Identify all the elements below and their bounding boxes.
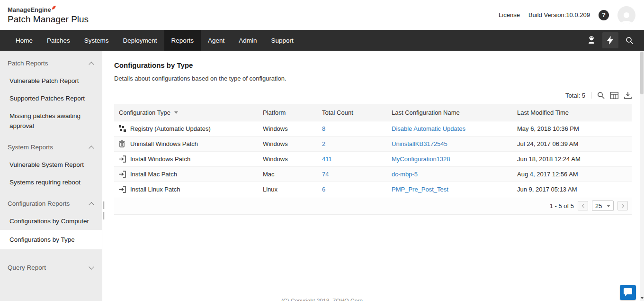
column-header-configuration-type[interactable]: Configuration Type xyxy=(114,104,258,121)
last-modified-time: Jun 9, 2017 05:13 AM xyxy=(512,182,632,197)
sort-descending-icon[interactable] xyxy=(174,111,178,114)
export-icon[interactable] xyxy=(624,91,632,99)
page-description: Details about configurations based on th… xyxy=(114,75,644,82)
column-label: Configuration Type xyxy=(119,109,170,116)
top-header: ManageEngine Patch Manager Plus License … xyxy=(0,0,644,30)
last-modified-time: May 6, 2018 10:36 PM xyxy=(512,121,632,137)
chevron-down-icon xyxy=(89,264,94,269)
copyright-text: (C) Copyright 2018, ZOHO Corp xyxy=(0,298,644,301)
platform: Windows xyxy=(258,137,317,152)
configuration-type: Install Linux Patch xyxy=(130,186,180,193)
nav-item-patches[interactable]: Patches xyxy=(40,30,77,51)
help-icon[interactable]: ? xyxy=(599,10,609,20)
nav-item-systems[interactable]: Systems xyxy=(77,30,116,51)
total-count-label: Total: 5 xyxy=(565,92,585,99)
sidebar-item-configurations-by-computer[interactable]: Configurations by Computer xyxy=(0,212,102,230)
column-header-last-configuration-name[interactable]: Last Configuration Name xyxy=(387,104,512,121)
sidebar-item-missing-patches-awaiting-approval[interactable]: Missing patches awaiting approval xyxy=(0,107,102,135)
total-count-link[interactable]: 411 xyxy=(322,155,332,163)
configuration-type: Uninstall Windows Patch xyxy=(130,140,198,147)
total-count-link[interactable]: 2 xyxy=(322,140,325,147)
sidebar-item-vulnerable-patch-report[interactable]: Vulnerable Patch Report xyxy=(0,72,102,90)
chevron-up-icon xyxy=(89,62,94,67)
total-count-link[interactable]: 8 xyxy=(322,125,325,132)
chevron-up-icon xyxy=(89,146,94,151)
sidebar-section-system-reports[interactable]: System Reports xyxy=(0,137,102,156)
pagination-bar: 1 - 5 of 5 25 xyxy=(114,197,632,215)
nav-item-deployment[interactable]: Deployment xyxy=(116,30,164,51)
main-navigation: Home Patches Systems Deployment Reports … xyxy=(0,30,644,51)
nav-item-reports[interactable]: Reports xyxy=(164,30,201,51)
toolbar-divider xyxy=(591,92,591,99)
last-configuration-link[interactable]: UninstallKB3172545 xyxy=(392,140,447,147)
total-count-link[interactable]: 74 xyxy=(322,171,329,178)
license-link[interactable]: License xyxy=(499,11,520,18)
column-chooser-icon[interactable] xyxy=(610,92,618,99)
previous-page-button[interactable] xyxy=(578,201,588,210)
pagination-range: 1 - 5 of 5 xyxy=(550,202,574,210)
scrollbar-down-arrow[interactable] xyxy=(640,295,644,301)
chat-button[interactable] xyxy=(620,285,636,300)
brand-company-text: ManageEngine xyxy=(8,7,51,13)
table-row: Install Linux Patch Linux 6 PMP_Pre_Post… xyxy=(114,182,632,197)
platform: Linux xyxy=(258,182,317,197)
last-configuration-link[interactable]: Disable Automatic Updates xyxy=(392,125,465,132)
total-count-link[interactable]: 6 xyxy=(322,186,325,193)
assistant-icon[interactable] xyxy=(583,32,599,48)
sidebar-item-configurations-by-type[interactable]: Configurations by Type xyxy=(0,230,102,249)
registry-icon xyxy=(119,125,126,132)
quick-actions-icon[interactable] xyxy=(602,32,618,48)
last-modified-time: Aug 4, 2017 12:56 AM xyxy=(512,167,632,182)
configuration-type: Install Mac Patch xyxy=(130,171,177,178)
platform: Mac xyxy=(258,167,317,182)
nav-item-support[interactable]: Support xyxy=(264,30,300,51)
build-version-label: Build Version:10.0.209 xyxy=(528,11,590,18)
brand-company: ManageEngine xyxy=(8,7,56,13)
user-avatar[interactable] xyxy=(617,6,635,24)
last-modified-time: Jul 24, 2017 06:39 AM xyxy=(512,137,632,152)
last-configuration-link[interactable]: dc-mbp-5 xyxy=(392,171,418,178)
sidebar-splitter[interactable] xyxy=(102,51,107,301)
table-row: Registry (Automatic Updates) Windows 8 D… xyxy=(114,121,632,137)
chevron-left-icon xyxy=(581,204,585,208)
platform: Windows xyxy=(258,152,317,167)
sidebar-section-patch-reports[interactable]: Patch Reports xyxy=(0,54,102,72)
splitter-grip xyxy=(103,212,105,219)
search-icon[interactable] xyxy=(621,32,637,48)
column-header-last-modified-time[interactable]: Last Modified Time xyxy=(512,104,632,121)
nav-item-agent[interactable]: Agent xyxy=(201,30,232,51)
section-title: Query Report xyxy=(8,264,46,271)
sidebar-item-systems-requiring-reboot[interactable]: Systems requiring reboot xyxy=(0,173,102,191)
column-header-platform[interactable]: Platform xyxy=(258,104,317,121)
nav-item-admin[interactable]: Admin xyxy=(232,30,264,51)
vertical-scrollbar[interactable] xyxy=(640,51,644,301)
splitter-grip xyxy=(103,201,105,209)
dropdown-caret-icon xyxy=(607,205,610,207)
sidebar-section-query-report[interactable]: Query Report xyxy=(0,258,102,276)
table-row: Uninstall Windows Patch Windows 2 Uninst… xyxy=(114,137,632,152)
chevron-up-icon xyxy=(89,202,94,207)
reports-sidebar: Patch Reports Vulnerable Patch Report Su… xyxy=(0,51,102,301)
brand-logo: ManageEngine Patch Manager Plus xyxy=(8,5,89,24)
sidebar-item-vulnerable-system-report[interactable]: Vulnerable System Report xyxy=(0,156,102,173)
column-header-total-count[interactable]: Total Count xyxy=(317,104,387,121)
sidebar-item-supported-patches-report[interactable]: Supported Patches Report xyxy=(0,90,102,107)
page-title: Configurations by Type xyxy=(114,61,644,69)
section-title: Configuration Reports xyxy=(8,200,70,207)
chevron-right-icon xyxy=(620,204,624,208)
table-search-icon[interactable] xyxy=(597,91,605,99)
next-page-button[interactable] xyxy=(617,201,628,210)
configuration-type: Registry (Automatic Updates) xyxy=(130,125,211,132)
last-configuration-link[interactable]: MyConfiguration1328 xyxy=(392,155,450,163)
sidebar-section-configuration-reports[interactable]: Configuration Reports xyxy=(0,194,102,212)
scrollbar-thumb[interactable] xyxy=(640,52,644,94)
brand-product: Patch Manager Plus xyxy=(8,15,89,25)
install-patch-icon xyxy=(119,155,126,163)
page-size-value: 25 xyxy=(595,202,602,210)
last-modified-time: Jun 18, 2018 12:24 AM xyxy=(512,152,632,167)
page-size-select[interactable]: 25 xyxy=(592,201,614,211)
last-configuration-link[interactable]: PMP_Pre_Post_Test xyxy=(392,186,448,193)
nav-item-home[interactable]: Home xyxy=(9,30,40,51)
platform: Windows xyxy=(258,121,317,137)
install-patch-icon xyxy=(119,186,126,193)
